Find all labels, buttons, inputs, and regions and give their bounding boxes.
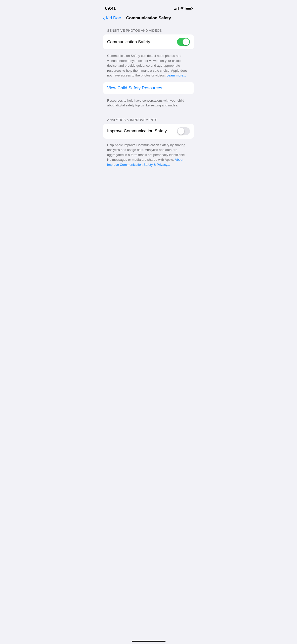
back-button[interactable]: ‹ Kid Doe: [103, 16, 121, 21]
nav-header: ‹ Kid Doe Communication Safety: [99, 14, 198, 24]
main-content: SENSITIVE PHOTOS AND VIDEOS Communicatio…: [99, 24, 198, 176]
battery-icon: [186, 7, 192, 10]
back-label: Kid Doe: [106, 16, 121, 21]
learn-more-link[interactable]: Learn more...: [166, 73, 186, 77]
communication-safety-description: Communication Safety can detect nude pho…: [103, 51, 194, 82]
analytics-description: Help Apple improve Communication Safety …: [103, 141, 194, 171]
signal-icon: [174, 7, 179, 10]
child-safety-description: Resources to help have conversations wit…: [103, 96, 194, 112]
status-bar: 09:41: [99, 0, 198, 14]
analytics-section-header: ANALYTICS & IMPROVEMENTS: [103, 118, 194, 122]
back-chevron-icon: ‹: [103, 16, 105, 21]
toggle-thumb: [183, 38, 189, 45]
improve-safety-row: Improve Communication Safety: [103, 124, 194, 139]
child-safety-card: View Child Safety Resources: [103, 82, 194, 94]
page-title: Communication Safety: [126, 16, 171, 21]
improve-toggle-thumb: [178, 128, 184, 135]
communication-safety-card: Communication Safety: [103, 34, 194, 49]
status-time: 09:41: [105, 6, 116, 11]
communication-safety-row: Communication Safety: [103, 34, 194, 49]
communication-safety-label: Communication Safety: [107, 39, 150, 45]
communication-safety-toggle[interactable]: [177, 38, 190, 46]
improve-safety-label: Improve Communication Safety: [107, 129, 167, 134]
child-safety-link-row[interactable]: View Child Safety Resources: [103, 82, 194, 94]
child-safety-link-label[interactable]: View Child Safety Resources: [107, 86, 162, 90]
sensitive-photos-section-header: SENSITIVE PHOTOS AND VIDEOS: [103, 29, 194, 32]
improve-safety-toggle[interactable]: [177, 127, 190, 135]
improve-safety-card: Improve Communication Safety: [103, 124, 194, 139]
status-icons: [174, 7, 192, 10]
wifi-icon: [180, 7, 184, 10]
